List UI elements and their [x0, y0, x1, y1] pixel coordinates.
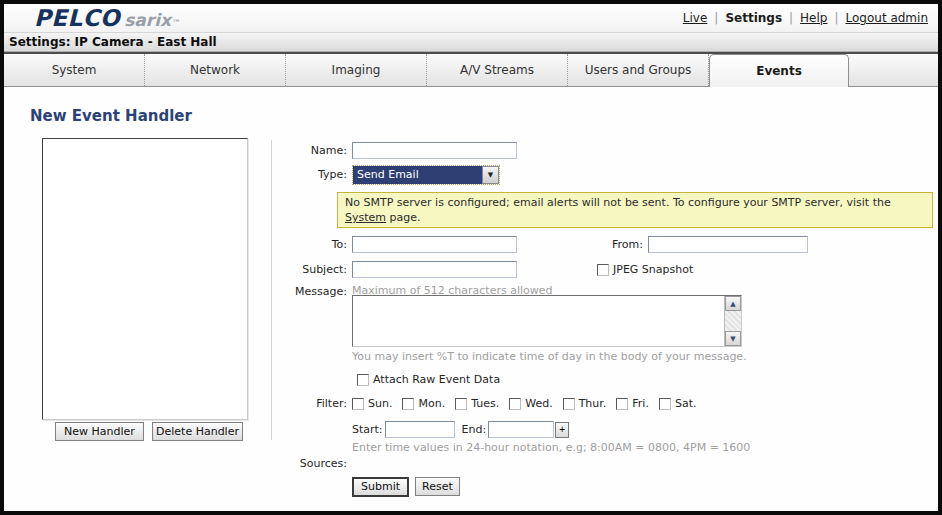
filter-sat-label: Sat. — [675, 397, 697, 410]
tab-imaging[interactable]: Imaging — [286, 54, 427, 86]
message-edit-region[interactable] — [353, 296, 724, 346]
subject-label: Subject: — [4, 263, 347, 276]
jpeg-snapshot-label: JPEG Snapshot — [613, 263, 693, 276]
from-label: From: — [517, 238, 643, 251]
start-label: Start: — [352, 423, 383, 436]
scroll-up-icon[interactable]: ▲ — [725, 296, 741, 311]
smtp-warning-banner: No SMTP server is configured; email aler… — [337, 192, 933, 228]
attach-raw-label: Attach Raw Event Data — [373, 373, 500, 386]
filter-thur-label: Thur. — [579, 397, 607, 410]
app-header: PELCO sarix ™ Live | Settings | Help | L… — [4, 4, 938, 32]
nav-separator: | — [789, 11, 793, 25]
product-text: sarix — [124, 10, 171, 30]
filter-wed-label: Wed. — [525, 397, 552, 410]
subject-input[interactable] — [352, 261, 517, 278]
filter-sun-checkbox[interactable] — [352, 398, 364, 410]
warning-text-after: page. — [386, 211, 420, 224]
filter-wed-checkbox[interactable] — [509, 398, 521, 410]
type-label: Type: — [4, 168, 347, 181]
nav-separator: | — [714, 11, 718, 25]
tab-strip: System Network Imaging A/V Streams Users… — [4, 52, 938, 87]
add-time-button[interactable]: + — [555, 422, 569, 438]
tab-events[interactable]: Events — [709, 54, 849, 87]
system-page-link[interactable]: System — [345, 211, 386, 224]
time-notation-hint: Enter time values in 24-hour notation, e… — [352, 441, 750, 454]
filter-fri-label: Fri. — [632, 397, 649, 410]
jpeg-snapshot-checkbox[interactable] — [597, 264, 609, 276]
submit-button[interactable]: Submit — [352, 477, 409, 497]
attach-raw-option: Attach Raw Event Data — [357, 373, 500, 386]
reset-button[interactable]: Reset — [415, 477, 460, 496]
tab-network[interactable]: Network — [145, 54, 286, 86]
start-input[interactable] — [385, 421, 455, 438]
settings-bar: Settings: IP Camera - East Hall — [4, 32, 938, 52]
new-handler-button[interactable]: New Handler — [55, 422, 144, 441]
message-textarea[interactable]: ▲ ▼ — [352, 295, 742, 347]
pelco-logo: PELCO sarix ™ — [34, 5, 181, 31]
page-title: New Event Handler — [30, 107, 192, 125]
subject-row: Subject: JPEG Snapshot — [4, 260, 693, 279]
end-input[interactable] — [488, 421, 554, 438]
filter-thur-checkbox[interactable] — [563, 398, 575, 410]
from-input[interactable] — [648, 236, 808, 253]
end-label: End: — [462, 423, 487, 436]
name-input[interactable] — [352, 142, 517, 159]
filter-day-option: Sat. — [659, 397, 697, 410]
attach-raw-checkbox[interactable] — [357, 374, 369, 386]
filter-row: Filter: Sun. Mon. Tues. Wed. — [4, 394, 696, 413]
to-input[interactable] — [352, 236, 517, 253]
filter-mon-checkbox[interactable] — [402, 398, 414, 410]
filter-mon-label: Mon. — [418, 397, 445, 410]
to-from-row: To: From: — [4, 235, 808, 254]
warning-text-before: No SMTP server is configured; email aler… — [345, 196, 891, 209]
form-buttons: Submit Reset — [352, 477, 460, 496]
message-label: Message: — [4, 285, 347, 298]
filter-sat-checkbox[interactable] — [659, 398, 671, 410]
time-row: Start: End: + — [352, 420, 569, 439]
content-area: New Event Handler New Handler Delete Han… — [4, 87, 938, 511]
browser-page: PELCO sarix ™ Live | Settings | Help | L… — [0, 0, 942, 515]
filter-label: Filter: — [4, 397, 347, 410]
brand-text: PELCO — [34, 5, 120, 31]
type-row: Type: Send Email ▼ — [4, 165, 500, 184]
nav-live-link[interactable]: Live — [683, 11, 708, 25]
tab-av-streams[interactable]: A/V Streams — [427, 54, 568, 86]
to-label: To: — [4, 238, 347, 251]
sources-label: Sources: — [4, 457, 347, 470]
filter-day-option: Tues. — [455, 397, 499, 410]
nav-help-link[interactable]: Help — [800, 11, 827, 25]
settings-title: Settings: IP Camera - East Hall — [9, 35, 217, 49]
message-time-hint: You may insert %T to indicate time of da… — [352, 350, 747, 363]
name-label: Name: — [4, 144, 347, 157]
filter-tues-label: Tues. — [471, 397, 499, 410]
delete-handler-button[interactable]: Delete Handler — [152, 422, 243, 441]
attach-row: Attach Raw Event Data — [357, 370, 500, 389]
filter-day-option: Sun. — [352, 397, 392, 410]
chevron-down-icon[interactable]: ▼ — [482, 166, 499, 184]
nav-settings-link[interactable]: Settings — [725, 11, 782, 25]
scrollbar[interactable]: ▲ ▼ — [724, 296, 741, 346]
name-row: Name: — [4, 141, 517, 160]
header-nav: Live | Settings | Help | Logout admin — [683, 11, 928, 25]
filter-day-option: Thur. — [563, 397, 607, 410]
nav-logout-link[interactable]: Logout admin — [846, 11, 929, 25]
filter-tues-checkbox[interactable] — [455, 398, 467, 410]
scroll-down-icon[interactable]: ▼ — [725, 331, 741, 346]
filter-sun-label: Sun. — [368, 397, 392, 410]
filter-day-option: Mon. — [402, 397, 445, 410]
tab-users-and-groups[interactable]: Users and Groups — [568, 54, 709, 86]
trademark-text: ™ — [172, 18, 181, 28]
filter-days: Sun. Mon. Tues. Wed. Thur. — [352, 397, 696, 410]
type-select[interactable]: Send Email ▼ — [352, 165, 500, 185]
filter-day-option: Fri. — [616, 397, 649, 410]
filter-fri-checkbox[interactable] — [616, 398, 628, 410]
type-select-value: Send Email — [353, 166, 482, 184]
tab-system[interactable]: System — [4, 54, 145, 86]
nav-separator: | — [834, 11, 838, 25]
jpeg-snapshot-option: JPEG Snapshot — [597, 263, 693, 276]
filter-day-option: Wed. — [509, 397, 552, 410]
